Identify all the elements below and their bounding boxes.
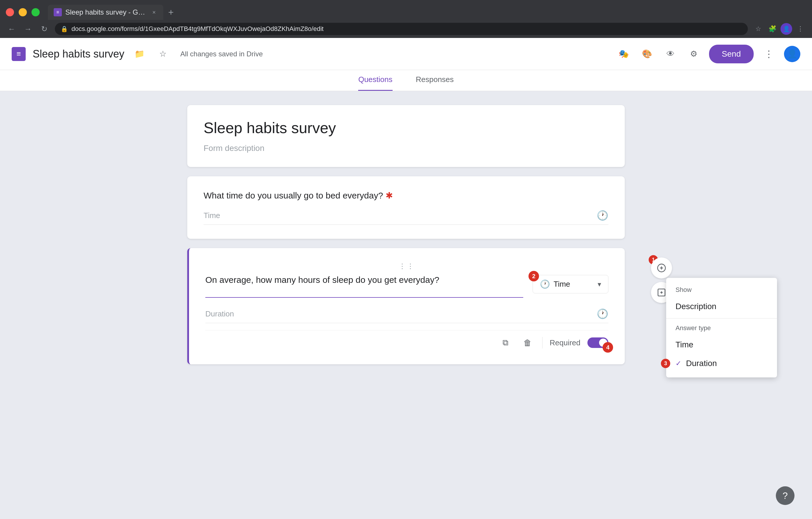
bookmark-button[interactable]: ☆ bbox=[753, 23, 764, 35]
user-avatar: 👤 bbox=[784, 46, 800, 62]
send-button[interactable]: Send bbox=[709, 45, 754, 63]
app-logo: ≡ bbox=[12, 47, 26, 61]
required-toggle-wrapper: 4 bbox=[587, 337, 608, 348]
tab-title: Sleep habits survey - Google Fo bbox=[65, 8, 147, 16]
preview-button[interactable]: 👁 bbox=[662, 46, 679, 62]
answer-type-label: Answer type bbox=[666, 321, 777, 335]
dropdown-arrow-icon: ▾ bbox=[598, 280, 601, 289]
type-clock-icon: 🕐 bbox=[540, 279, 550, 289]
delete-button[interactable]: 🗑 bbox=[520, 335, 535, 350]
question2-header: On average, how many hours of sleep do y… bbox=[205, 275, 608, 299]
app-title: Sleep habits survey bbox=[33, 48, 124, 60]
question2-answer-label: Duration bbox=[205, 309, 592, 319]
extensions-button[interactable]: 🧩 bbox=[766, 23, 778, 35]
form-title[interactable]: Sleep habits survey bbox=[204, 119, 608, 137]
required-badge: 4 bbox=[603, 342, 613, 353]
profile-button[interactable]: 👤 bbox=[781, 23, 792, 35]
app-header: ≡ Sleep habits survey 📁 ☆ All changes sa… bbox=[0, 38, 812, 70]
close-window-button[interactable] bbox=[6, 8, 14, 16]
duration-type-label: Duration bbox=[686, 359, 717, 368]
drive-status: All changes saved in Drive bbox=[180, 50, 263, 58]
duration-type-item[interactable]: ✓ Duration 3 bbox=[666, 354, 777, 373]
move-to-folder-button[interactable]: 📁 bbox=[131, 46, 148, 62]
new-tab-button[interactable]: + bbox=[165, 6, 177, 19]
lock-icon: 🔒 bbox=[61, 25, 68, 32]
form-title-card: Sleep habits survey Form description bbox=[187, 105, 625, 167]
type-selector-wrapper: 2 🕐 Time ▾ bbox=[532, 275, 608, 293]
forward-button[interactable]: → bbox=[22, 23, 34, 35]
required-star: ✱ bbox=[385, 191, 393, 200]
required-label: Required bbox=[550, 338, 580, 347]
form-tabs: Questions Responses bbox=[0, 70, 812, 91]
browser-chrome: ≡ Sleep habits survey - Google Fo × + ← … bbox=[0, 0, 812, 38]
add-question-wrapper: 1 bbox=[651, 257, 672, 278]
back-button[interactable]: ← bbox=[6, 23, 18, 35]
type-badge: 2 bbox=[528, 271, 539, 281]
help-icon: ? bbox=[783, 490, 788, 501]
address-bar: ← → ↻ 🔒 docs.google.com/forms/d/1GxeeDAp… bbox=[0, 20, 812, 38]
more-options-button[interactable]: ⋮ bbox=[761, 46, 777, 62]
question1-answer-field[interactable]: Time 🕐 bbox=[204, 210, 608, 225]
settings-button[interactable]: ⚙ bbox=[686, 46, 702, 62]
window-controls bbox=[6, 8, 40, 16]
main-content: Sleep habits survey Form description Wha… bbox=[0, 91, 812, 519]
type-label: Time bbox=[554, 280, 594, 289]
duration-badge: 3 bbox=[661, 359, 670, 368]
duration-clock-icon: 🕐 bbox=[597, 308, 608, 319]
clock-icon: 🕐 bbox=[597, 210, 608, 221]
time-type-item[interactable]: Time bbox=[666, 335, 777, 354]
refresh-button[interactable]: ↻ bbox=[38, 23, 50, 35]
url-text: docs.google.com/forms/d/1GxeeDApdTB4tg9M… bbox=[71, 25, 742, 33]
type-selector[interactable]: 🕐 Time ▾ bbox=[532, 275, 608, 293]
form-description[interactable]: Form description bbox=[204, 144, 608, 153]
tab-bar: ≡ Sleep habits survey - Google Fo × + bbox=[0, 0, 812, 20]
question2-input[interactable]: On average, how many hours of sleep do y… bbox=[205, 275, 523, 298]
question1-answer-label: Time bbox=[204, 211, 592, 220]
question2-card: ⋮⋮ On average, how many hours of sleep d… bbox=[187, 248, 625, 364]
question2-input-wrapper: On average, how many hours of sleep do y… bbox=[205, 275, 523, 299]
forms-icon: ≡ bbox=[16, 49, 21, 58]
tab-close-button[interactable]: × bbox=[150, 9, 157, 16]
minimize-window-button[interactable] bbox=[19, 8, 27, 16]
question2-footer: ⧉ 🗑 Required 4 bbox=[205, 330, 608, 350]
drag-handle: ⋮⋮ bbox=[205, 262, 608, 270]
question2-answer-field[interactable]: Duration 🕐 bbox=[205, 308, 608, 323]
customize-button[interactable]: 🎭 bbox=[616, 46, 632, 62]
time-type-label: Time bbox=[675, 340, 693, 349]
help-button[interactable]: ? bbox=[776, 486, 794, 505]
check-icon: ✓ bbox=[675, 359, 682, 367]
more-button[interactable]: ⋮ bbox=[794, 23, 806, 35]
question1-card: What time do you usually go to bed every… bbox=[187, 176, 625, 239]
tab-questions[interactable]: Questions bbox=[358, 75, 392, 91]
question1-text: What time do you usually go to bed every… bbox=[204, 190, 608, 200]
palette-button[interactable]: 🎨 bbox=[639, 46, 656, 62]
tab-favicon: ≡ bbox=[54, 8, 62, 16]
address-input[interactable]: 🔒 docs.google.com/forms/d/1GxeeDApdTB4tg… bbox=[55, 23, 748, 35]
show-section-label: Show bbox=[666, 282, 777, 297]
maximize-window-button[interactable] bbox=[31, 8, 40, 16]
answer-type-dropdown: Show Description Answer type Time ✓ Dura… bbox=[666, 278, 777, 377]
star-button[interactable]: ☆ bbox=[154, 46, 171, 62]
tab-responses[interactable]: Responses bbox=[416, 75, 454, 91]
browser-actions: ☆ 🧩 👤 ⋮ bbox=[753, 23, 806, 35]
description-menu-item[interactable]: Description bbox=[666, 297, 777, 316]
active-tab[interactable]: ≡ Sleep habits survey - Google Fo × bbox=[48, 5, 163, 20]
menu-divider bbox=[666, 318, 777, 319]
add-question-button[interactable] bbox=[651, 257, 672, 278]
duplicate-button[interactable]: ⧉ bbox=[498, 335, 513, 350]
description-label: Description bbox=[675, 302, 716, 311]
